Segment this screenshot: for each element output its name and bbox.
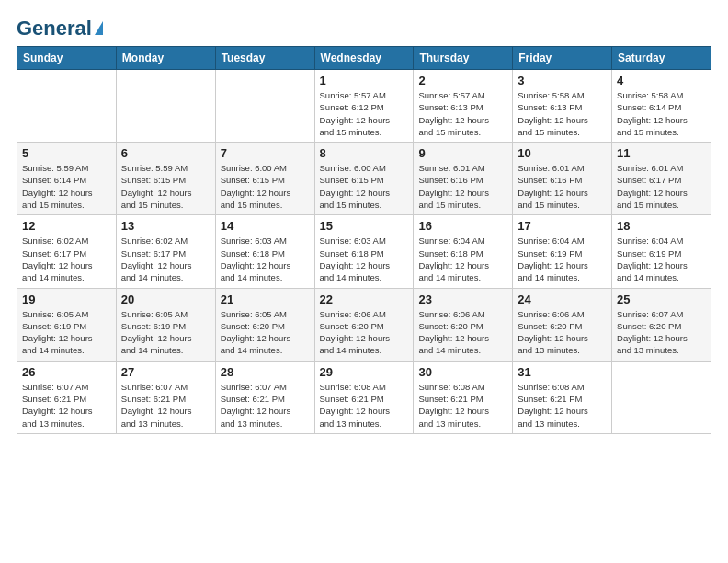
day-number: 1 (320, 74, 409, 87)
day-info: Sunrise: 6:04 AM Sunset: 6:19 PM Dayligh… (518, 235, 607, 283)
day-info: Sunrise: 6:04 AM Sunset: 6:18 PM Dayligh… (418, 235, 507, 283)
calendar-cell: 23Sunrise: 6:06 AM Sunset: 6:20 PM Dayli… (414, 288, 513, 361)
day-info: Sunrise: 6:07 AM Sunset: 6:20 PM Dayligh… (617, 308, 706, 357)
calendar-cell: 7Sunrise: 6:00 AM Sunset: 6:15 PM Daylig… (215, 143, 314, 215)
calendar-cell: 16Sunrise: 6:04 AM Sunset: 6:18 PM Dayli… (414, 215, 513, 288)
calendar-week-3: 12Sunrise: 6:02 AM Sunset: 6:17 PM Dayli… (17, 215, 711, 288)
calendar-cell: 21Sunrise: 6:05 AM Sunset: 6:20 PM Dayli… (215, 288, 314, 361)
day-number: 13 (121, 219, 210, 233)
calendar-cell: 10Sunrise: 6:01 AM Sunset: 6:16 PM Dayli… (513, 143, 612, 215)
calendar-cell: 5Sunrise: 5:59 AM Sunset: 6:14 PM Daylig… (17, 143, 117, 215)
calendar-cell: 19Sunrise: 6:05 AM Sunset: 6:19 PM Dayli… (17, 288, 117, 361)
calendar-cell: 29Sunrise: 6:08 AM Sunset: 6:21 PM Dayli… (314, 361, 414, 433)
day-number: 23 (418, 293, 507, 306)
calendar-header-friday: Friday (513, 47, 612, 70)
day-info: Sunrise: 5:57 AM Sunset: 6:12 PM Dayligh… (320, 89, 409, 138)
calendar-cell: 9Sunrise: 6:01 AM Sunset: 6:16 PM Daylig… (414, 143, 513, 215)
calendar-cell: 30Sunrise: 6:08 AM Sunset: 6:21 PM Dayli… (414, 361, 513, 433)
day-number: 4 (617, 74, 706, 87)
day-info: Sunrise: 6:06 AM Sunset: 6:20 PM Dayligh… (418, 308, 507, 357)
calendar-cell: 6Sunrise: 5:59 AM Sunset: 6:15 PM Daylig… (116, 143, 215, 215)
day-number: 3 (518, 74, 607, 87)
calendar-header-tuesday: Tuesday (215, 47, 314, 70)
day-number: 26 (22, 365, 111, 379)
day-number: 31 (518, 365, 607, 379)
day-number: 14 (221, 219, 310, 233)
calendar-cell (116, 70, 215, 143)
day-info: Sunrise: 6:07 AM Sunset: 6:21 PM Dayligh… (121, 381, 210, 430)
day-info: Sunrise: 5:59 AM Sunset: 6:14 PM Dayligh… (22, 162, 111, 211)
day-number: 9 (418, 146, 507, 160)
calendar-cell: 14Sunrise: 6:03 AM Sunset: 6:18 PM Dayli… (215, 215, 314, 288)
calendar-cell: 27Sunrise: 6:07 AM Sunset: 6:21 PM Dayli… (116, 361, 215, 433)
calendar-week-4: 19Sunrise: 6:05 AM Sunset: 6:19 PM Dayli… (17, 288, 711, 361)
calendar-cell: 28Sunrise: 6:07 AM Sunset: 6:21 PM Dayli… (215, 361, 314, 433)
calendar-cell (17, 70, 117, 143)
day-number: 24 (518, 293, 607, 306)
day-number: 16 (418, 219, 507, 233)
calendar-cell: 3Sunrise: 5:58 AM Sunset: 6:13 PM Daylig… (513, 70, 612, 143)
day-info: Sunrise: 6:08 AM Sunset: 6:21 PM Dayligh… (320, 381, 409, 430)
day-info: Sunrise: 6:07 AM Sunset: 6:21 PM Dayligh… (221, 381, 310, 430)
day-info: Sunrise: 6:07 AM Sunset: 6:21 PM Dayligh… (22, 381, 111, 430)
calendar-header-sunday: Sunday (17, 47, 117, 70)
logo: General (17, 17, 103, 37)
header: General (17, 17, 711, 37)
day-number: 29 (320, 365, 409, 379)
day-info: Sunrise: 6:06 AM Sunset: 6:20 PM Dayligh… (320, 308, 409, 357)
day-number: 27 (121, 365, 210, 379)
day-number: 22 (320, 293, 409, 306)
calendar-week-1: 1Sunrise: 5:57 AM Sunset: 6:12 PM Daylig… (17, 70, 711, 143)
day-number: 18 (617, 219, 706, 233)
calendar-header-saturday: Saturday (612, 47, 711, 70)
calendar-cell: 4Sunrise: 5:58 AM Sunset: 6:14 PM Daylig… (612, 70, 711, 143)
calendar-cell: 8Sunrise: 6:00 AM Sunset: 6:15 PM Daylig… (314, 143, 414, 215)
calendar-cell: 26Sunrise: 6:07 AM Sunset: 6:21 PM Dayli… (17, 361, 117, 433)
calendar-cell: 12Sunrise: 6:02 AM Sunset: 6:17 PM Dayli… (17, 215, 117, 288)
calendar-week-5: 26Sunrise: 6:07 AM Sunset: 6:21 PM Dayli… (17, 361, 711, 433)
day-info: Sunrise: 6:05 AM Sunset: 6:19 PM Dayligh… (121, 308, 210, 357)
calendar-cell: 18Sunrise: 6:04 AM Sunset: 6:19 PM Dayli… (612, 215, 711, 288)
calendar-header-wednesday: Wednesday (314, 47, 414, 70)
day-number: 8 (320, 146, 409, 160)
day-number: 25 (617, 293, 706, 306)
day-info: Sunrise: 6:05 AM Sunset: 6:20 PM Dayligh… (221, 308, 310, 357)
day-number: 19 (22, 293, 111, 306)
day-info: Sunrise: 6:03 AM Sunset: 6:18 PM Dayligh… (221, 235, 310, 283)
day-info: Sunrise: 6:03 AM Sunset: 6:18 PM Dayligh… (320, 235, 409, 283)
day-info: Sunrise: 6:06 AM Sunset: 6:20 PM Dayligh… (518, 308, 607, 357)
day-number: 17 (518, 219, 607, 233)
day-number: 30 (418, 365, 507, 379)
calendar-cell: 11Sunrise: 6:01 AM Sunset: 6:17 PM Dayli… (612, 143, 711, 215)
day-info: Sunrise: 5:57 AM Sunset: 6:13 PM Dayligh… (418, 89, 507, 138)
logo-triangle-icon (95, 21, 103, 35)
day-info: Sunrise: 6:04 AM Sunset: 6:19 PM Dayligh… (617, 235, 706, 283)
calendar-cell: 31Sunrise: 6:08 AM Sunset: 6:21 PM Dayli… (513, 361, 612, 433)
calendar-header-monday: Monday (116, 47, 215, 70)
day-number: 28 (221, 365, 310, 379)
logo-general: General (17, 17, 92, 40)
day-number: 21 (221, 293, 310, 306)
day-info: Sunrise: 6:01 AM Sunset: 6:17 PM Dayligh… (617, 162, 706, 211)
day-info: Sunrise: 6:00 AM Sunset: 6:15 PM Dayligh… (320, 162, 409, 211)
day-info: Sunrise: 6:05 AM Sunset: 6:19 PM Dayligh… (22, 308, 111, 357)
day-info: Sunrise: 5:58 AM Sunset: 6:14 PM Dayligh… (617, 89, 706, 138)
day-info: Sunrise: 6:01 AM Sunset: 6:16 PM Dayligh… (418, 162, 507, 211)
day-info: Sunrise: 6:02 AM Sunset: 6:17 PM Dayligh… (121, 235, 210, 283)
day-info: Sunrise: 6:01 AM Sunset: 6:16 PM Dayligh… (518, 162, 607, 211)
calendar-cell (612, 361, 711, 433)
day-info: Sunrise: 6:00 AM Sunset: 6:15 PM Dayligh… (221, 162, 310, 211)
day-number: 10 (518, 146, 607, 160)
day-number: 15 (320, 219, 409, 233)
calendar-cell: 13Sunrise: 6:02 AM Sunset: 6:17 PM Dayli… (116, 215, 215, 288)
day-info: Sunrise: 6:08 AM Sunset: 6:21 PM Dayligh… (418, 381, 507, 430)
page: General SundayMondayTuesdayWednesdayThur… (0, 0, 728, 563)
calendar-cell: 17Sunrise: 6:04 AM Sunset: 6:19 PM Dayli… (513, 215, 612, 288)
day-info: Sunrise: 6:02 AM Sunset: 6:17 PM Dayligh… (22, 235, 111, 283)
calendar-cell: 25Sunrise: 6:07 AM Sunset: 6:20 PM Dayli… (612, 288, 711, 361)
calendar-cell: 15Sunrise: 6:03 AM Sunset: 6:18 PM Dayli… (314, 215, 414, 288)
calendar-cell (215, 70, 314, 143)
calendar-week-2: 5Sunrise: 5:59 AM Sunset: 6:14 PM Daylig… (17, 143, 711, 215)
day-number: 12 (22, 219, 111, 233)
calendar-cell: 24Sunrise: 6:06 AM Sunset: 6:20 PM Dayli… (513, 288, 612, 361)
